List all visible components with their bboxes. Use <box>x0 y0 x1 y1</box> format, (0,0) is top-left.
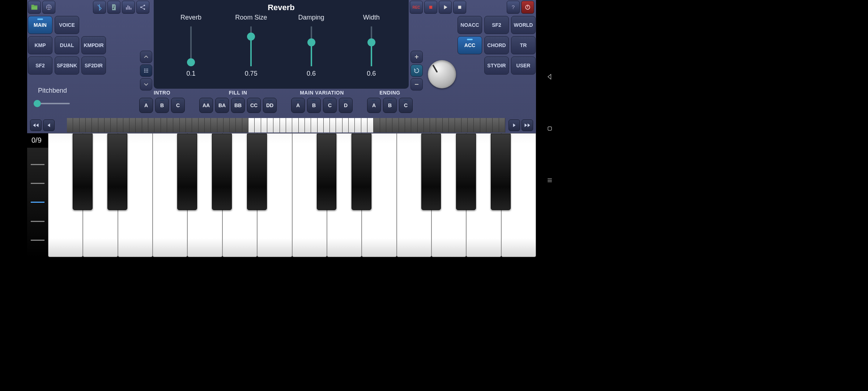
section-title-2: MAIN VARIATION <box>300 90 344 96</box>
tab-chord[interactable]: CHORD <box>484 36 509 54</box>
slider-value-0: 0.1 <box>187 70 196 77</box>
section-btn-ending-B[interactable]: B <box>383 98 397 113</box>
black-key-7[interactable] <box>317 134 337 210</box>
slider-1[interactable] <box>250 26 252 66</box>
section-btn-mainvariation-C[interactable]: C <box>323 98 337 113</box>
section-btn-fillin-BB[interactable]: BB <box>231 98 245 113</box>
tab-stydir[interactable]: STYDIR <box>484 56 509 75</box>
section-btn-intro-B[interactable]: B <box>155 98 169 113</box>
svg-rect-5 <box>131 8 132 10</box>
folder-icon[interactable] <box>28 1 41 14</box>
plus-icon[interactable] <box>410 51 423 63</box>
section-btn-ending-C[interactable]: C <box>399 98 413 113</box>
kb-fastfwd-icon[interactable] <box>522 119 533 131</box>
tab-voice[interactable]: VOICE <box>55 16 79 34</box>
rec-button[interactable]: REC <box>410 1 423 14</box>
stop-rec-button[interactable] <box>424 1 437 14</box>
svg-point-7 <box>144 5 145 6</box>
android-recent-icon[interactable] <box>544 175 556 186</box>
slider-3[interactable] <box>371 26 372 66</box>
section-btn-intro-A[interactable]: A <box>139 98 153 113</box>
section-btn-fillin-AA[interactable]: AA <box>199 98 213 113</box>
section-btn-intro-C[interactable]: C <box>171 98 185 113</box>
svg-rect-9 <box>429 6 432 9</box>
help-icon[interactable]: ? <box>507 1 520 14</box>
slider-label-1: Room Size <box>235 14 267 21</box>
svg-point-8 <box>144 8 145 10</box>
section-btn-fillin-DD[interactable]: DD <box>263 98 277 113</box>
velocity-bar[interactable] <box>27 148 48 257</box>
black-key-11[interactable] <box>456 134 476 210</box>
power-icon[interactable] <box>521 1 534 14</box>
svg-point-13 <box>144 69 145 70</box>
tab-acc[interactable]: ACC <box>458 36 482 54</box>
tab-sf2dir[interactable]: SF2DIR <box>81 56 106 75</box>
svg-point-15 <box>147 69 148 70</box>
black-key-3[interactable] <box>177 134 197 210</box>
tab-sf2[interactable]: SF2 <box>28 56 52 75</box>
stop-button[interactable] <box>453 1 466 14</box>
slider-0[interactable] <box>190 26 192 66</box>
section-btn-mainvariation-D[interactable]: D <box>339 98 353 113</box>
white-key-0[interactable] <box>48 133 83 257</box>
globe-headphone-icon[interactable] <box>42 1 55 14</box>
white-key-7[interactable] <box>292 133 327 257</box>
bluetooth-icon[interactable] <box>93 1 106 14</box>
panel-title: Reverb <box>161 3 401 12</box>
black-key-0[interactable] <box>73 134 93 210</box>
tab-kmpdir[interactable]: KMPDIR <box>81 36 106 54</box>
white-key-3[interactable] <box>153 133 187 257</box>
octave-label: 0/9 <box>31 136 42 144</box>
svg-point-18 <box>147 70 148 71</box>
tab-sf2bnk[interactable]: SF2BNK <box>55 56 79 75</box>
top-left-icons <box>28 1 55 14</box>
tab-dual[interactable]: DUAL <box>55 36 79 54</box>
kb-rewind-icon[interactable] <box>30 119 42 131</box>
black-key-12[interactable] <box>491 134 511 210</box>
section-btn-fillin-CC[interactable]: CC <box>247 98 261 113</box>
piano-keys[interactable] <box>48 133 536 257</box>
kb-next-icon[interactable] <box>509 119 520 131</box>
equalizer-icon[interactable] <box>122 1 135 14</box>
black-key-1[interactable] <box>107 134 127 210</box>
section-btn-ending-A[interactable]: A <box>367 98 381 113</box>
section-btn-mainvariation-B[interactable]: B <box>307 98 321 113</box>
share-icon[interactable] <box>136 1 149 14</box>
svg-text:?: ? <box>512 4 515 10</box>
svg-point-16 <box>144 70 145 71</box>
pitchbend-slider[interactable] <box>34 100 70 107</box>
minus-icon[interactable] <box>410 78 423 91</box>
top-right-icons: ? <box>507 1 534 14</box>
black-key-8[interactable] <box>352 134 371 210</box>
section-buttons: INTRO ABCFILL IN AABABBCCDDMAIN VARIATIO… <box>139 90 413 113</box>
app-root: REC ? MAIN VOICE KMP DUAL KMPDIR SF2 SF2… <box>27 0 536 257</box>
music-file-icon[interactable] <box>107 1 120 14</box>
tab-main[interactable]: MAIN <box>28 16 52 34</box>
kb-prev-icon[interactable] <box>43 119 55 131</box>
section-title-1: FILL IN <box>229 90 247 96</box>
slider-value-2: 0.6 <box>307 70 316 77</box>
tab-kmp[interactable]: KMP <box>28 36 52 54</box>
tab-noacc[interactable]: NOACC <box>458 16 482 34</box>
black-key-4[interactable] <box>212 134 232 210</box>
panel-grid-icon[interactable] <box>140 64 152 77</box>
tab-sf2r[interactable]: SF2 <box>484 16 509 34</box>
panel-up-icon[interactable] <box>140 51 152 63</box>
svg-point-14 <box>146 69 147 70</box>
reset-icon[interactable] <box>410 64 423 77</box>
black-key-5[interactable] <box>247 134 267 210</box>
android-back-icon[interactable] <box>544 71 556 83</box>
slider-2[interactable] <box>311 26 312 66</box>
section-btn-mainvariation-A[interactable]: A <box>291 98 305 113</box>
section-btn-fillin-BA[interactable]: BA <box>215 98 229 113</box>
volume-knob[interactable] <box>428 60 456 88</box>
white-key-10[interactable] <box>397 133 431 257</box>
android-home-icon[interactable] <box>544 123 556 134</box>
panel-down-icon[interactable] <box>140 78 152 91</box>
keyboard-overview[interactable] <box>67 118 505 133</box>
tab-world[interactable]: WORLD <box>511 16 536 34</box>
play-button[interactable] <box>439 1 452 14</box>
black-key-10[interactable] <box>421 134 441 210</box>
tab-tr[interactable]: TR <box>511 36 536 54</box>
tab-user[interactable]: USER <box>511 56 536 75</box>
